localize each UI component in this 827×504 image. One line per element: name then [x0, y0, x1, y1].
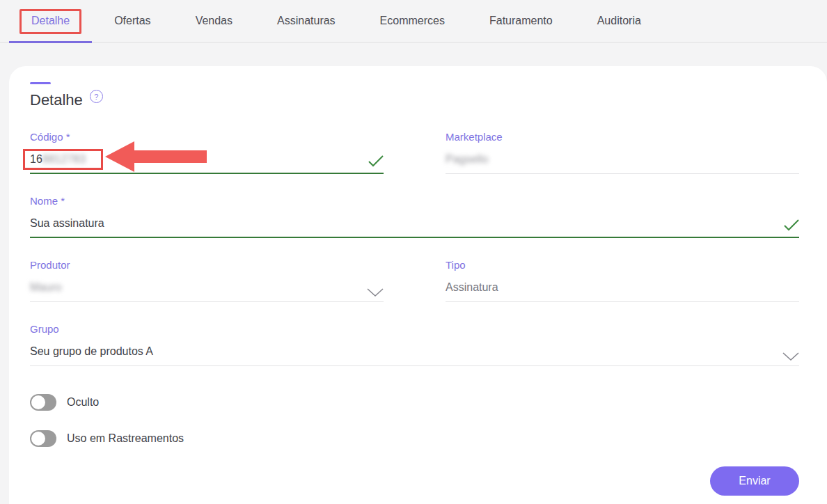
nome-label: Nome *: [30, 195, 799, 207]
marketplace-input: Pagsello: [446, 152, 799, 174]
produtor-select[interactable]: Mauro: [30, 281, 384, 302]
check-icon: [784, 219, 799, 231]
tab-ecommerces[interactable]: Ecommerces: [358, 0, 467, 42]
tab-label: Ecommerces: [380, 15, 445, 27]
produtor-label: Produtor: [30, 259, 384, 271]
grupo-select[interactable]: Seu grupo de produtos A: [30, 345, 799, 366]
marketplace-value-redacted: Pagsello: [446, 153, 488, 165]
accent-dash: [30, 82, 51, 84]
rastreamentos-toggle[interactable]: [30, 430, 56, 447]
toggle-knob: [31, 395, 45, 409]
nome-field: Nome * Sua assinatura: [30, 195, 799, 238]
page-title: Detalhe: [30, 91, 83, 109]
tab-label: Detalhe: [31, 15, 70, 27]
tab-label: Vendas: [196, 15, 233, 27]
tab-label: Auditoria: [597, 15, 641, 27]
toggle-section: Oculto Uso em Rastreamentos: [30, 394, 799, 447]
tipo-value: Assinatura: [446, 281, 498, 293]
tab-detalhe[interactable]: Detalhe: [9, 0, 92, 42]
oculto-toggle[interactable]: [30, 394, 56, 411]
form-row: Grupo Seu grupo de produtos A: [30, 323, 799, 366]
codigo-field: Código * 168812783: [30, 131, 384, 174]
tipo-field: Tipo Assinatura: [446, 259, 799, 302]
tipo-label: Tipo: [446, 259, 799, 271]
oculto-toggle-label: Oculto: [67, 396, 99, 409]
tab-label: Assinaturas: [277, 15, 336, 27]
form-row: Nome * Sua assinatura: [30, 195, 799, 238]
codigo-value-redacted: 8812783: [42, 153, 86, 165]
grupo-label: Grupo: [30, 323, 799, 336]
codigo-label: Código *: [30, 131, 384, 143]
produtor-value-redacted: Mauro: [30, 281, 61, 293]
tab-assinaturas[interactable]: Assinaturas: [255, 0, 358, 42]
nome-value: Sua assinatura: [30, 217, 104, 229]
help-icon[interactable]: ?: [90, 90, 103, 103]
tab-ofertas[interactable]: Ofertas: [92, 0, 173, 42]
toggle-knob: [31, 432, 45, 446]
tab-label: Faturamento: [489, 15, 553, 27]
red-arrow-left-icon: [105, 141, 207, 172]
tab-faturamento[interactable]: Faturamento: [467, 0, 575, 42]
marketplace-field: Marketplace Pagsello: [446, 131, 799, 174]
check-icon: [368, 155, 384, 167]
produtor-field: Produtor Mauro: [30, 259, 384, 302]
tab-vendas[interactable]: Vendas: [173, 0, 255, 42]
marketplace-label: Marketplace: [446, 131, 799, 143]
tab-label: Ofertas: [114, 15, 150, 27]
oculto-toggle-row: Oculto: [30, 394, 799, 411]
submit-button[interactable]: Enviar: [710, 466, 799, 496]
rastreamentos-toggle-row: Uso em Rastreamentos: [30, 430, 799, 447]
detail-form: Código * 168812783 Marketplace Pagsello: [30, 131, 799, 366]
codigo-input[interactable]: 168812783: [30, 152, 384, 174]
tab-auditoria[interactable]: Auditoria: [575, 0, 663, 42]
tab-bar: Detalhe Ofertas Vendas Assinaturas Ecomm…: [0, 0, 827, 43]
codigo-value: 16: [30, 153, 42, 165]
section-header: Detalhe ?: [30, 91, 799, 110]
nome-input[interactable]: Sua assinatura: [30, 216, 799, 238]
grupo-value: Seu grupo de produtos A: [30, 345, 153, 357]
detail-card: Detalhe ? Código * 168812783 Marketpl: [9, 66, 827, 504]
rastreamentos-toggle-label: Uso em Rastreamentos: [67, 432, 184, 445]
grupo-field: Grupo Seu grupo de produtos A: [30, 323, 799, 366]
form-footer: Enviar: [30, 466, 799, 496]
tipo-input: Assinatura: [446, 281, 799, 302]
chevron-down-icon[interactable]: [782, 352, 799, 361]
chevron-down-icon[interactable]: [367, 288, 384, 297]
form-row: Produtor Mauro Tipo Assinatura: [30, 259, 799, 302]
form-row: Código * 168812783 Marketplace Pagsello: [30, 131, 799, 174]
